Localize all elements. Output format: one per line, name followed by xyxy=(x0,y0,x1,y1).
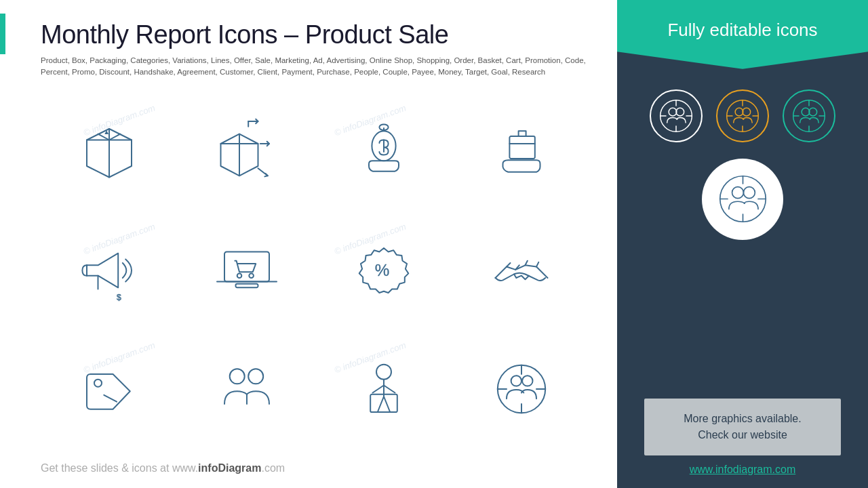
svg-rect-18 xyxy=(224,251,269,281)
icon-box-arrows xyxy=(178,92,316,211)
left-panel: Monthly Report Icons – Product Sale Prod… xyxy=(0,0,617,488)
svg-point-44 xyxy=(511,375,521,386)
right-header-title: Fully editable icons xyxy=(631,19,854,42)
svg-point-72 xyxy=(732,187,743,199)
svg-point-73 xyxy=(743,187,755,199)
icon-two-people xyxy=(178,330,316,449)
right-panel: Fully editable icons xyxy=(617,0,868,488)
page-title: Monthly Report Icons – Product Sale xyxy=(41,20,590,49)
svg-text:▲: ▲ xyxy=(103,128,110,136)
svg-point-22 xyxy=(249,273,254,278)
svg-rect-20 xyxy=(235,284,258,288)
icon-handshake xyxy=(453,211,591,330)
more-graphics-text: More graphics available.Check our websit… xyxy=(658,411,827,443)
icons-showcase xyxy=(617,69,868,399)
svg-line-27 xyxy=(536,262,538,267)
svg-point-21 xyxy=(237,273,241,278)
svg-point-31 xyxy=(248,369,263,384)
showcase-icon-orange xyxy=(716,89,769,142)
svg-point-30 xyxy=(229,369,244,384)
footer-text: Get these slides & icons at www.infoDiag… xyxy=(41,455,590,474)
icon-person-presenting xyxy=(315,330,453,449)
icon-percent-badge: % xyxy=(315,211,453,330)
svg-marker-14 xyxy=(87,253,118,287)
showcase-icon-large xyxy=(702,159,783,240)
svg-line-29 xyxy=(104,395,117,402)
svg-text:$: $ xyxy=(117,293,121,302)
svg-point-66 xyxy=(809,108,817,116)
showcase-row-top xyxy=(650,89,835,142)
icon-box: ▲ xyxy=(41,92,178,211)
icon-hand-moneybag xyxy=(315,92,453,211)
icon-price-tag xyxy=(41,330,178,449)
more-graphics-box: More graphics available.Check our websit… xyxy=(644,399,841,455)
svg-point-45 xyxy=(522,375,532,386)
svg-line-37 xyxy=(378,396,384,411)
svg-point-28 xyxy=(94,380,102,387)
svg-point-59 xyxy=(743,108,751,116)
showcase-icon-teal xyxy=(783,89,835,142)
svg-line-26 xyxy=(525,260,527,265)
website-link[interactable]: www.infodiagram.com xyxy=(690,464,796,488)
svg-rect-12 xyxy=(509,136,534,159)
showcase-icon-white xyxy=(650,89,703,142)
footer-brand: infoDiagram xyxy=(198,462,261,474)
icon-megaphone: $ xyxy=(41,211,178,330)
svg-line-34 xyxy=(373,386,384,393)
svg-line-24 xyxy=(507,263,511,267)
svg-point-51 xyxy=(669,108,677,116)
right-header: Fully editable icons xyxy=(617,0,868,69)
icons-grid: ▲ xyxy=(41,85,590,456)
svg-text:%: % xyxy=(375,260,390,279)
svg-point-32 xyxy=(376,365,391,380)
svg-point-65 xyxy=(802,108,810,116)
svg-line-35 xyxy=(384,386,395,393)
icon-hand-package xyxy=(453,92,591,211)
svg-point-58 xyxy=(735,108,743,116)
icon-people-circle xyxy=(453,330,591,449)
svg-point-52 xyxy=(676,108,684,116)
icon-laptop-cart xyxy=(178,211,316,330)
svg-line-38 xyxy=(384,396,390,411)
keywords-text: Product, Box, Packaging, Categories, Var… xyxy=(41,55,590,79)
accent-bar xyxy=(0,14,5,54)
